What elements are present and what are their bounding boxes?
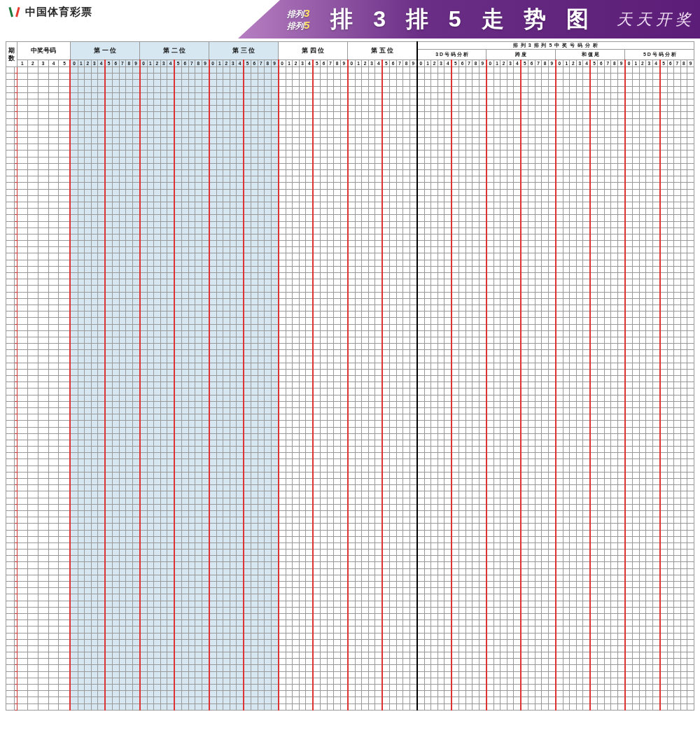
grid-cell [403,613,410,620]
grid-cell [417,582,425,588]
grid-cell [625,170,633,176]
grid-cell [438,163,444,169]
grid-cell [306,131,314,137]
grid-cell [472,247,479,253]
grid-cell [119,504,126,510]
grid-cell [500,556,507,562]
grid-cell [639,691,646,697]
grid-cell [542,588,549,594]
grid-cell [528,382,536,388]
grid-cell [687,550,694,556]
grid-cell [521,163,528,169]
grid-cell [639,530,646,536]
grid-cell [451,80,459,86]
grid-cell [105,517,113,524]
grid-cell [680,671,687,678]
grid-cell [479,447,486,453]
grid-cell [375,369,383,375]
grid-cell [293,517,300,524]
grid-cell [639,594,646,601]
grid-cell [195,112,202,118]
grid-cell [182,633,189,639]
grid-cell [78,465,85,472]
grid-cell [321,118,328,125]
grid-cell [38,704,48,710]
period-cell [6,279,15,286]
grid-cell [528,80,536,86]
grid-cell [293,645,300,652]
grid-cell [514,292,522,298]
grid-cell [514,645,522,652]
grid-cell [438,170,444,176]
grid-cell [472,215,479,221]
grid-cell [493,524,500,530]
grid-cell [293,221,300,227]
grid-cell [132,504,140,510]
grid-cell [279,421,286,427]
grid-cell [113,221,120,227]
grid-cell [368,671,375,678]
grid-cell [680,286,687,292]
grid-cell [348,633,356,639]
grid-cell [687,620,694,626]
grid-cell [396,241,403,247]
grid-cell [195,209,202,215]
grid-cell [362,330,369,337]
grid-cell [279,292,286,298]
grid-cell [652,645,660,652]
grid-cell [548,247,556,253]
grid-cell [113,556,120,562]
grid-cell [687,350,694,356]
grid-cell [174,150,182,157]
grid-cell [417,504,425,510]
grid-cell [286,665,293,671]
grid-cell [293,369,300,375]
grid-cell [195,440,202,446]
grid-cell [279,407,286,414]
grid-cell [500,324,507,330]
grid-cell [119,266,126,272]
period-cell [6,318,15,324]
grid-cell [167,144,175,150]
grid-cell [147,691,154,697]
grid-cell [639,504,646,510]
grid-cell [617,337,625,343]
grid-cell [160,447,167,453]
grid-cell [542,125,549,131]
grid-cell [293,691,300,697]
grid-cell [542,613,549,620]
grid-cell [251,524,258,530]
grid-cell [396,542,403,549]
grid-cell [410,125,417,131]
grid-cell [431,92,438,99]
grid-cell [70,363,78,369]
grid-cell [348,440,356,446]
grid-cell [472,330,479,337]
grid-cell [105,607,113,613]
grid-cell [472,491,479,498]
grid-cell [563,550,570,556]
grid-cell [59,414,71,421]
grid-cell [598,369,605,375]
grid-cell [216,253,223,260]
grid-cell [174,74,182,80]
grid-cell [639,253,646,260]
grid-cell [286,601,293,607]
grid-cell [340,536,348,542]
grid-cell [38,613,48,620]
grid-cell [583,633,591,639]
grid-cell [410,253,417,260]
grid-cell [611,279,618,286]
grid-cell [459,433,466,440]
grid-cell [576,189,583,195]
grid-cell [126,433,133,440]
grid-cell [98,99,106,105]
grid-cell [390,479,397,485]
grid-cell [195,189,202,195]
grid-cell [375,685,383,691]
grid-cell [368,382,375,388]
grid-cell [182,626,189,633]
grid-cell [438,292,444,298]
grid-cell [91,685,98,691]
grid-cell [652,241,660,247]
